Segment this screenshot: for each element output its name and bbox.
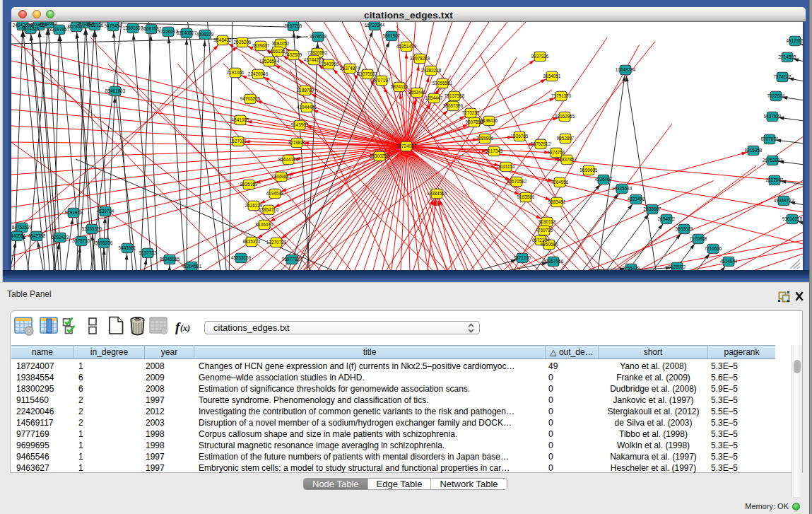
svg-text:6440561: 6440561 [11,233,26,238]
svg-text:73791320: 73791320 [551,93,572,98]
svg-text:8935169: 8935169 [240,182,258,187]
svg-text:3678638: 3678638 [310,34,327,39]
svg-text:7022674: 7022674 [767,93,785,98]
svg-text:52235350: 52235350 [82,226,102,231]
svg-text:7120868: 7120868 [690,236,707,241]
svg-text:2719583: 2719583 [40,22,57,25]
svg-text:24282218: 24282218 [421,68,442,73]
svg-text:4769795: 4769795 [536,228,553,233]
svg-text:18300295: 18300295 [370,153,390,158]
svg-text:13561597: 13561597 [123,25,143,30]
svg-text:7273233: 7273233 [462,110,480,115]
svg-text:6707197: 6707197 [373,78,391,83]
svg-text:8698256: 8698256 [95,240,113,245]
svg-text:72820592: 72820592 [307,50,328,55]
svg-text:8835373: 8835373 [243,239,261,244]
svg-text:18526544: 18526544 [259,59,280,64]
svg-text:7374122: 7374122 [774,74,792,79]
svg-text:11540956: 11540956 [319,62,339,66]
svg-text:88461803: 88461803 [105,88,126,93]
svg-text:2188789: 2188789 [297,88,314,93]
svg-text:5437923: 5437923 [764,114,782,119]
svg-text:78137358: 78137358 [445,93,465,98]
svg-text:4668136: 4668136 [86,23,104,28]
svg-text:83140807: 83140807 [177,30,197,35]
svg-text:9153566: 9153566 [517,194,535,199]
svg-text:1054447: 1054447 [425,95,443,100]
svg-text:97226012: 97226012 [158,29,179,34]
svg-text:32162965: 32162965 [555,114,575,119]
svg-text:17270733: 17270733 [266,240,287,245]
svg-text:2191066: 2191066 [227,70,245,75]
svg-text:5041154: 5041154 [498,164,515,169]
svg-text:4860684: 4860684 [541,242,558,247]
svg-text:1527021: 1527021 [230,139,247,144]
svg-text:5017343: 5017343 [486,148,503,153]
svg-text:42857966: 42857966 [543,259,564,264]
svg-text:5528972: 5528972 [669,264,686,269]
svg-text:4842788: 4842788 [28,233,46,238]
svg-text:9375710: 9375710 [73,238,90,243]
svg-text:4698379: 4698379 [196,32,214,37]
svg-text:4823498: 4823498 [628,197,645,201]
svg-text:6438436: 6438436 [481,118,498,123]
svg-text:19384554: 19384554 [427,191,447,196]
svg-text:66792612: 66792612 [531,141,551,146]
svg-text:5924115: 5924115 [391,84,408,89]
svg-text:3030113: 3030113 [539,219,556,224]
svg-text:8707870: 8707870 [761,136,779,141]
svg-text:49349722: 49349722 [774,198,794,203]
svg-text:73440831: 73440831 [271,174,292,179]
svg-text:9478454: 9478454 [105,23,122,28]
svg-text:45264581: 45264581 [182,264,202,269]
svg-text:66722344: 66722344 [365,23,385,28]
svg-text:18724007: 18724007 [396,144,417,148]
svg-text:9683481: 9683481 [548,199,566,204]
svg-text:4539704: 4539704 [97,209,114,214]
svg-text:3219824: 3219824 [288,140,306,145]
svg-text:9699695: 9699695 [580,168,598,173]
svg-text:96977837: 96977837 [282,257,302,262]
svg-text:7210606: 7210606 [705,246,722,251]
svg-text:3871230: 3871230 [514,255,531,260]
svg-text:4194548: 4194548 [266,191,284,196]
svg-text:2694522: 2694522 [658,216,676,221]
svg-text:5661907: 5661907 [383,33,401,38]
svg-text:9143903: 9143903 [291,122,309,127]
svg-text:86644106: 86644106 [278,157,299,162]
svg-text:4374754: 4374754 [548,150,565,155]
svg-text:2322047: 2322047 [766,177,784,182]
svg-text:84752529: 84752529 [12,225,33,230]
svg-text:33978249: 33978249 [410,56,430,61]
svg-text:94705205: 94705205 [240,96,261,101]
svg-text:67854710: 67854710 [259,207,279,212]
svg-text:2525206: 2525206 [234,40,252,45]
svg-text:3684052: 3684052 [272,41,290,46]
svg-text:93016315: 93016315 [782,216,803,221]
svg-text:5663623: 5663623 [676,226,693,231]
svg-text:7089806: 7089806 [476,136,494,141]
svg-text:8215958: 8215958 [745,148,763,153]
svg-text:82070937: 82070937 [358,71,378,76]
svg-text:4841005: 4841005 [232,117,249,122]
svg-text:2714803: 2714803 [779,54,796,59]
svg-text:9852897: 9852897 [557,136,575,141]
svg-text:20570592: 20570592 [507,179,527,184]
svg-text:7264956: 7264956 [551,180,569,185]
svg-text:5443951: 5443951 [119,245,136,250]
svg-text:26753883: 26753883 [763,158,783,163]
svg-text:36697396: 36697396 [443,103,464,108]
svg-text:1326765: 1326765 [511,134,529,139]
svg-text:4514944: 4514944 [720,259,738,264]
svg-text:9937326: 9937326 [531,54,549,59]
svg-text:25374874: 25374874 [340,66,360,71]
svg-text:45351479: 45351479 [396,44,417,49]
svg-text:4612365: 4612365 [787,38,803,43]
svg-text:22420046: 22420046 [248,71,269,76]
svg-text:45833156: 45833156 [231,255,252,260]
svg-text:41944441: 41944441 [297,105,317,110]
svg-text:3154051: 3154051 [543,74,561,78]
svg-text:19335534: 19335534 [612,186,632,191]
svg-text:8106470: 8106470 [256,222,273,227]
svg-text:51837852: 51837852 [557,157,577,162]
